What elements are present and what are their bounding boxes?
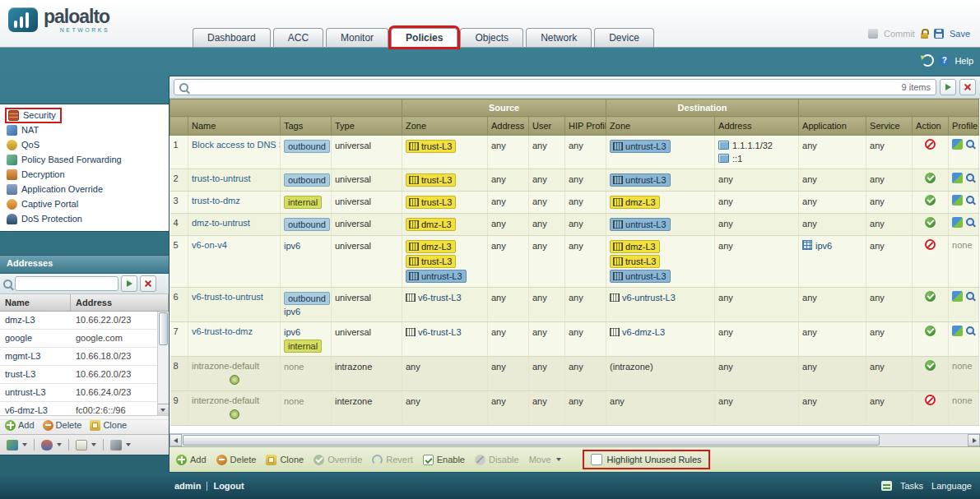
column-header-name-0[interactable]: Name [188,117,281,136]
sidebar-item-dos-protection[interactable]: DoS Protection [2,211,167,226]
zone-badge[interactable]: untrust-L3 [610,218,671,231]
column-header-type-2[interactable]: Type [332,117,402,136]
zone-badge[interactable]: trust-L3 [406,173,456,187]
refresh-icon[interactable] [922,54,934,67]
delete-button[interactable]: Delete [216,455,257,465]
column-header-address-4[interactable]: Address [488,117,529,136]
scrollbar-down-arrow[interactable] [158,404,169,415]
profile-log-icon[interactable] [965,217,976,228]
rules-filter-input[interactable] [192,81,899,94]
profile-log-icon[interactable] [965,291,976,302]
scrollbar-right-arrow[interactable] [968,434,980,446]
override-button[interactable]: Override [314,455,362,465]
move-button[interactable]: Move [529,455,561,464]
zone-badge[interactable]: dmz-L3 [610,240,660,253]
commit-button[interactable]: Commit [884,29,915,39]
profile-group-icon[interactable] [952,291,963,302]
group-dropdown-button[interactable] [39,438,63,452]
sidebar-item-security[interactable]: Security [2,108,167,122]
rule-row-1[interactable]: 1Block access to DNS S...outboundunivers… [170,136,979,169]
address-row[interactable]: dmz-L310.66.22.0/23 [0,312,169,330]
addresses-search-input[interactable] [15,276,118,291]
tab-acc[interactable]: ACC [273,28,323,47]
horizontal-scrollbar[interactable] [170,433,980,446]
column-header-user-5[interactable]: User [529,117,565,136]
save-button[interactable]: Save [950,29,970,39]
profile-group-icon[interactable] [952,326,963,336]
sidebar-item-decryption[interactable]: Decryption [2,167,167,182]
column-header-service-10[interactable]: Service [866,117,913,136]
sidebar-item-policy-based-forwarding[interactable]: Policy Based Forwarding [2,152,167,167]
tab-network[interactable]: Network [526,28,592,47]
profile-group-icon[interactable] [952,217,963,228]
rule-row-7[interactable]: 7v6-trust-to-dmzipv6internaluniversalv6-… [170,322,979,357]
addresses-scrollbar[interactable] [157,312,169,415]
rule-settings-icon[interactable] [230,375,239,385]
rule-row-6[interactable]: 6v6-trust-to-untrustoutboundipv6universa… [170,288,979,322]
tab-objects[interactable]: Objects [460,28,523,47]
tools-dropdown-button[interactable] [109,438,132,452]
zone-badge[interactable]: dmz-L3 [610,196,660,209]
addresses-clear-filter-button[interactable] [140,275,156,292]
delete-button[interactable]: Delete [43,420,82,431]
rule-name-link[interactable]: v6-trust-to-dmz [192,326,253,336]
zone-badge[interactable]: trust-L3 [406,140,456,153]
clone-button[interactable]: Clone [90,420,127,431]
rule-row-4[interactable]: 4dmz-to-untrustoutbounduniversaldmz-L3an… [170,214,979,236]
scrollbar-left-arrow[interactable] [170,434,182,446]
column-header-application-9[interactable]: Application [799,117,866,136]
addresses-column-address[interactable]: Address [71,294,169,311]
scrollbar-thumb[interactable] [159,312,168,345]
profile-group-icon[interactable] [952,195,963,206]
zone-badge[interactable]: untrust-L3 [610,173,671,187]
zone-badge[interactable]: trust-L3 [406,255,456,268]
tab-device[interactable]: Device [594,28,654,47]
address-row[interactable]: untrust-L310.66.24.0/23 [0,384,169,402]
rule-row-5[interactable]: 5v6-on-v4ipv6universaldmz-L3trust-L3untr… [170,236,979,288]
addresses-column-name[interactable]: Name [0,294,71,311]
zone-badge[interactable]: untrust-L3 [406,270,467,283]
rule-name-link[interactable]: trust-to-dmz [192,196,240,206]
column-header-address-8[interactable]: Address [715,117,799,136]
rule-name-link[interactable]: trust-to-untrust [192,173,251,183]
profile-group-icon[interactable] [952,173,963,183]
zone-badge[interactable]: v6-untrust-L3 [610,292,676,303]
rule-row-8[interactable]: 8intrazone-defaultnoneintrazoneanyanyany… [170,357,979,391]
profile-log-icon[interactable] [965,139,976,150]
help-icon[interactable]: ? [939,55,950,66]
scrollbar-thumb[interactable] [183,435,880,446]
rule-name-link[interactable]: Block access to DNS S... [192,140,281,150]
rule-name-link[interactable]: v6-on-v4 [192,240,227,250]
rule-row-3[interactable]: 3trust-to-dmzinternaluniversaltrust-L3an… [170,192,979,214]
clone-button[interactable]: Clone [266,455,304,465]
column-header-hip-profile-6[interactable]: HIP Profile [565,117,606,136]
lock-icon[interactable] [921,33,928,39]
highlight-unused-rules-checkbox[interactable] [591,454,602,465]
zone-badge[interactable]: dmz-L3 [406,240,456,253]
address-row[interactable]: mgmt-L310.66.18.0/23 [0,348,169,366]
tag-outbound[interactable]: outbound [284,218,330,231]
edit-dropdown-button[interactable] [74,438,98,452]
help-link[interactable]: Help [954,56,973,66]
rules-clear-filter-button[interactable] [959,79,976,95]
column-header-zone-7[interactable]: Zone [606,117,715,136]
tag-outbound[interactable]: outbound [284,140,330,153]
language-link[interactable]: Language [931,481,972,491]
tag-internal[interactable]: internal [284,340,322,353]
zone-badge[interactable]: v6-trust-L3 [406,292,462,303]
add-button[interactable]: Add [176,455,207,465]
profile-log-icon[interactable] [965,195,976,206]
sidebar-item-captive-portal[interactable]: Captive Portal [2,196,167,211]
move-dropdown-button[interactable] [5,438,29,452]
enable-button[interactable]: Enable [423,455,465,465]
profile-group-icon[interactable] [952,139,963,150]
disable-button[interactable]: Disable [475,455,519,465]
revert-button[interactable]: Revert [372,455,412,465]
zone-badge[interactable]: v6-trust-L3 [406,326,462,338]
profile-log-icon[interactable] [965,173,976,183]
rule-name-link[interactable]: v6-trust-to-untrust [192,292,263,302]
profile-log-icon[interactable] [965,326,976,336]
address-row[interactable]: trust-L310.66.20.0/23 [0,366,169,384]
sidebar-item-application-override[interactable]: Application Override [2,182,167,196]
rules-apply-filter-button[interactable] [940,79,956,95]
